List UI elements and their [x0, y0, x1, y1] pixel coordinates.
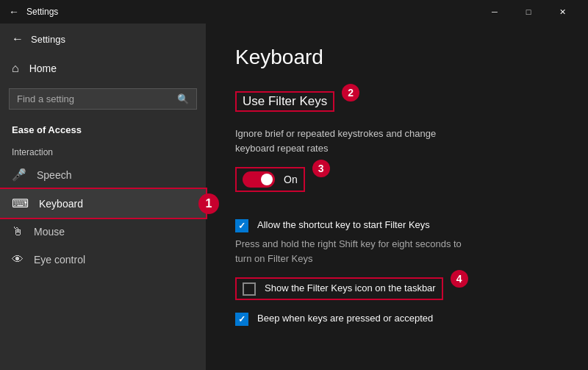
annotation-2-badge: 2 — [342, 84, 359, 102]
shortcut-checkbox[interactable] — [235, 219, 248, 232]
filter-keys-description: Ignore brief or repeated keystrokes and … — [235, 127, 559, 155]
back-icon: ← — [12, 32, 24, 46]
sidebar-item-eye-control-label: Eye control — [34, 254, 85, 266]
back-arrow-icon: ← — [9, 6, 19, 18]
shortcut-description: Press and hold the right Shift key for e… — [235, 237, 559, 266]
annotation-1-badge: 1 — [198, 193, 219, 214]
sidebar: ← Settings ⌂ Home 🔍 Ease of Access Inter… — [0, 24, 206, 370]
filter-keys-title: Use Filter Keys — [243, 94, 327, 108]
sidebar-item-mouse[interactable]: 🖱 Mouse — [0, 218, 206, 246]
sidebar-back-button[interactable]: ← Settings — [0, 24, 206, 54]
main-container: ← Settings ⌂ Home 🔍 Ease of Access Inter… — [0, 24, 588, 370]
sidebar-item-speech-label: Speech — [37, 169, 71, 181]
title-bar-controls: ─ □ ✕ — [478, 0, 579, 24]
maximize-button[interactable]: □ — [512, 0, 545, 24]
minimize-button[interactable]: ─ — [478, 0, 512, 24]
close-button[interactable]: ✕ — [545, 0, 579, 24]
toggle-knob — [261, 174, 273, 185]
mouse-icon: 🖱 — [12, 225, 24, 238]
shortcut-checkbox-item: Allow the shortcut key to start Filter K… — [235, 218, 559, 232]
keyboard-icon: ⌨ — [12, 196, 29, 210]
annotation-4-badge: 4 — [451, 270, 468, 288]
beep-checkbox-item: Beep when keys are pressed or accepted — [235, 312, 559, 326]
shortcut-checkbox-label: Allow the shortcut key to start Filter K… — [257, 218, 430, 232]
sidebar-item-keyboard[interactable]: ⌨ Keyboard 1 — [0, 189, 206, 218]
filter-keys-toggle[interactable]: On 3 — [235, 167, 305, 192]
eye-control-icon: 👁 — [12, 253, 24, 266]
taskbar-icon-checkbox-item: Show the Filter Keys icon on the taskbar… — [235, 277, 443, 300]
toggle-switch[interactable] — [243, 171, 275, 188]
search-input[interactable] — [17, 93, 171, 104]
sidebar-home-button[interactable]: ⌂ Home — [0, 54, 206, 82]
toggle-label: On — [284, 174, 298, 185]
speech-icon: 🎤 — [12, 168, 26, 182]
sidebar-item-keyboard-label: Keyboard — [39, 198, 83, 210]
sidebar-app-title: Settings — [31, 34, 65, 45]
taskbar-icon-checkbox-label: Show the Filter Keys icon on the taskbar — [265, 282, 436, 295]
filter-keys-header: Use Filter Keys 2 — [235, 91, 334, 112]
beep-checkbox[interactable] — [235, 313, 248, 326]
title-bar-left: ← Settings — [9, 6, 478, 18]
sidebar-item-speech[interactable]: 🎤 Speech — [0, 160, 206, 189]
sidebar-item-eye-control[interactable]: 👁 Eye control — [0, 246, 206, 274]
section-label: Ease of Access — [0, 115, 206, 140]
search-box[interactable]: 🔍 — [9, 88, 197, 110]
search-icon: 🔍 — [177, 93, 189, 104]
taskbar-icon-checkbox[interactable] — [243, 282, 256, 296]
page-title: Keyboard — [235, 46, 559, 69]
title-bar-title: Settings — [26, 7, 58, 17]
home-label: Home — [29, 63, 57, 74]
subsection-label: Interaction — [0, 140, 206, 160]
home-icon: ⌂ — [12, 62, 19, 75]
content-area: Keyboard Use Filter Keys 2 Ignore brief … — [206, 24, 588, 370]
title-bar: ← Settings ─ □ ✕ — [0, 0, 588, 24]
sidebar-item-mouse-label: Mouse — [34, 226, 65, 238]
annotation-3-badge: 3 — [312, 160, 330, 177]
beep-checkbox-label: Beep when keys are pressed or accepted — [257, 312, 433, 325]
